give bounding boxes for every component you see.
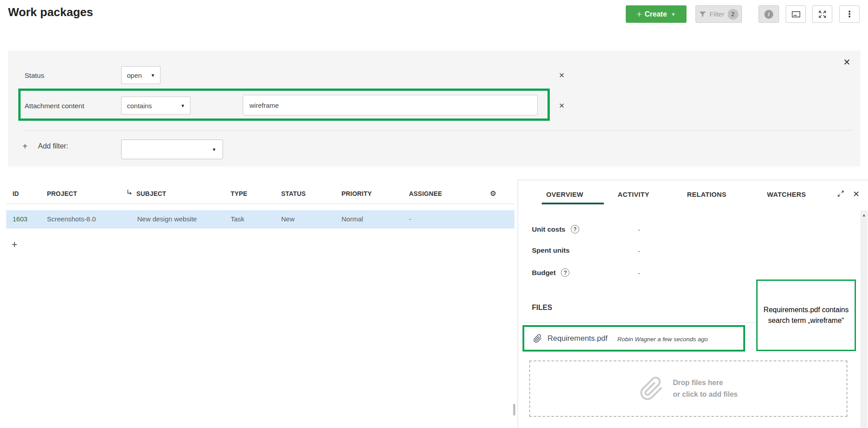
budget-value: - — [638, 269, 640, 277]
create-button[interactable]: + Create ▼ — [626, 5, 687, 23]
kebab-icon: ⋮ — [845, 9, 854, 19]
spent-units-label: Spent units — [532, 246, 569, 254]
add-filter-plus-icon[interactable]: + — [22, 141, 28, 152]
attachment-highlight-box: Requirements.pdf Robin Wagner a few seco… — [522, 325, 745, 352]
tab-overview[interactable]: OVERVIEW — [546, 191, 583, 198]
column-header-id[interactable]: ID — [13, 190, 19, 197]
plus-icon: + — [636, 9, 642, 19]
work-package-id-link[interactable]: 1603 — [13, 215, 27, 223]
add-work-package-button[interactable]: + — [12, 239, 17, 250]
fullscreen-icon — [818, 10, 826, 18]
caret-down-icon: ▼ — [671, 12, 676, 17]
files-heading: FILES — [532, 304, 552, 312]
attachment-filter-input[interactable] — [243, 95, 538, 115]
column-header-assignee[interactable]: ASSIGNEE — [409, 190, 442, 197]
table-header-divider — [6, 203, 514, 204]
gear-icon[interactable]: ⚙ — [490, 189, 496, 198]
column-header-priority[interactable]: PRIORITY — [341, 190, 372, 197]
funnel-icon — [699, 11, 706, 18]
spent-units-label-row: Spent units — [532, 246, 569, 254]
column-header-project[interactable]: PROJECT — [47, 190, 77, 197]
remove-status-filter-icon[interactable]: ✕ — [559, 71, 565, 80]
tab-watchers[interactable]: WATCHERS — [767, 191, 806, 198]
panel-resize-handle[interactable] — [513, 404, 515, 415]
info-button[interactable]: i — [758, 5, 779, 23]
caret-down-icon: ▼ — [181, 103, 185, 108]
add-filter-select[interactable]: ▼ — [121, 140, 223, 159]
help-icon[interactable]: ? — [561, 268, 569, 277]
filter-button-label: Filter — [709, 10, 724, 18]
attachment-operator-value: contains — [127, 102, 152, 110]
tab-relations[interactable]: RELATIONS — [687, 191, 726, 198]
create-button-label: Create — [645, 10, 667, 18]
budget-label-row: Budget ? — [532, 268, 569, 277]
attachment-meta: Robin Wagner a few seconds ago — [617, 336, 708, 343]
cell-project: Screenshots-8.0 — [47, 215, 96, 223]
panel-scrollbar[interactable]: ▲ — [860, 210, 868, 428]
paperclip-icon — [533, 334, 542, 343]
cell-assignee: - — [409, 215, 411, 223]
fullscreen-button[interactable] — [812, 5, 832, 23]
column-header-subject[interactable]: SUBJECT — [136, 190, 166, 197]
tab-activity[interactable]: ACTIVITY — [618, 191, 649, 198]
filter-panel: ✕ Status open ▼ ✕ Attachment content con… — [8, 51, 860, 166]
dropzone-line1: Drop files here — [673, 377, 738, 389]
page-title: Work packages — [8, 5, 93, 19]
filter-panel-close-icon[interactable]: ✕ — [843, 57, 851, 68]
view-settings-button[interactable] — [786, 5, 806, 23]
unit-costs-label: Unit costs — [532, 225, 565, 233]
status-operator-value: open — [127, 72, 142, 79]
hierarchy-icon[interactable] — [126, 189, 132, 195]
dropzone-text: Drop files here or click to add files — [673, 377, 738, 401]
active-tab-underline — [542, 203, 604, 204]
filter-count-badge: 2 — [728, 9, 738, 20]
column-header-type[interactable]: TYPE — [231, 190, 247, 197]
expand-panel-icon[interactable] — [837, 190, 844, 197]
more-menu-button[interactable]: ⋮ — [839, 5, 860, 23]
column-header-status[interactable]: STATUS — [281, 190, 306, 197]
paperclip-icon — [639, 376, 664, 401]
cell-status: New — [281, 215, 295, 223]
work-packages-screen: Work packages + Create ▼ Filter 2 i ⋮ ✕ … — [0, 0, 868, 428]
status-filter-label: Status — [25, 72, 44, 80]
details-view-icon — [792, 11, 801, 18]
status-operator-select[interactable]: open ▼ — [121, 66, 160, 84]
close-panel-icon[interactable]: ✕ — [853, 189, 860, 199]
scroll-up-icon[interactable]: ▲ — [860, 213, 868, 217]
cell-subject: New design website — [137, 215, 197, 223]
spent-units-value: - — [638, 247, 640, 255]
file-dropzone[interactable]: Drop files here or click to add files — [529, 360, 847, 417]
filter-button[interactable]: Filter 2 — [695, 5, 742, 23]
attachment-operator-select[interactable]: contains ▼ — [121, 97, 190, 114]
dropzone-line2: or click to add files — [673, 389, 738, 400]
filter-separator — [25, 130, 852, 131]
annotation-note: Requirements.pdf contains search term „w… — [756, 280, 856, 351]
remove-attachment-filter-icon[interactable]: ✕ — [559, 102, 565, 110]
unit-costs-label-row: Unit costs ? — [532, 225, 579, 233]
unit-costs-value: - — [638, 226, 640, 233]
budget-label: Budget — [532, 269, 556, 277]
help-icon[interactable]: ? — [571, 225, 579, 233]
attachment-filter-label: Attachment content — [25, 102, 84, 110]
attachment-file-link[interactable]: Requirements.pdf — [548, 334, 607, 343]
cell-priority: Normal — [341, 215, 363, 223]
add-filter-label: Add filter: — [38, 142, 68, 150]
cell-type: Task — [231, 215, 244, 223]
info-icon: i — [764, 10, 773, 19]
caret-down-icon: ▼ — [212, 147, 216, 152]
caret-down-icon: ▼ — [151, 73, 155, 78]
